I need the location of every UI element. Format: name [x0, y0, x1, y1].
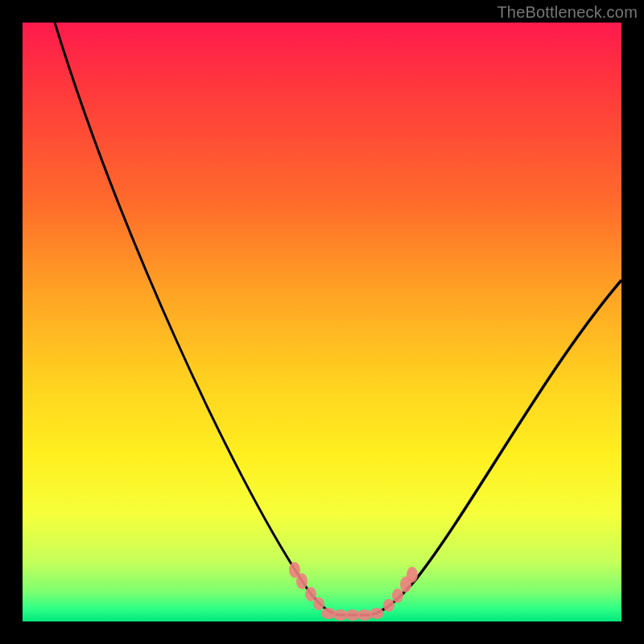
curve-markers: [289, 562, 418, 621]
svg-point-8: [369, 608, 384, 619]
svg-point-12: [407, 567, 418, 583]
curve-right: [370, 280, 621, 615]
plot-area: [23, 23, 621, 621]
svg-point-2: [305, 587, 316, 601]
svg-point-9: [383, 599, 394, 612]
bottleneck-curve: [23, 23, 621, 621]
chart-frame: TheBottleneck.com: [0, 0, 644, 644]
curve-left: [55, 23, 338, 615]
svg-point-10: [392, 588, 403, 603]
svg-point-4: [321, 608, 336, 619]
svg-point-7: [357, 609, 372, 621]
svg-point-1: [296, 573, 308, 589]
svg-point-3: [313, 597, 324, 610]
watermark-text: TheBottleneck.com: [497, 3, 638, 22]
